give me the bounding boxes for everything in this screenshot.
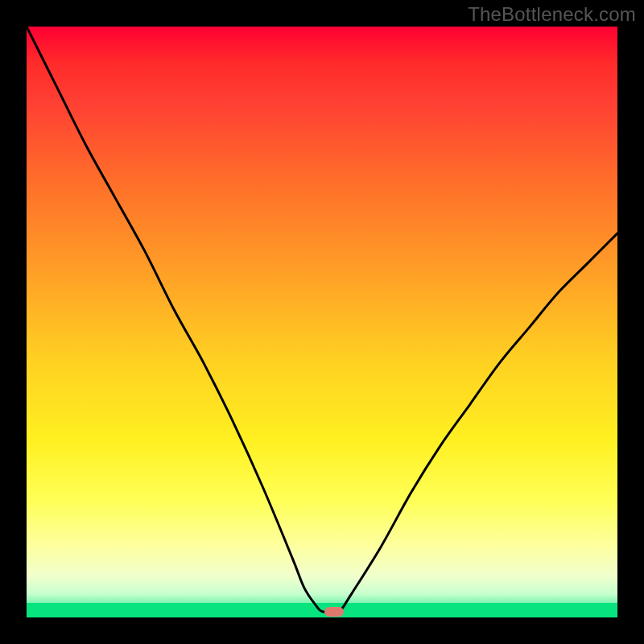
watermark-text: TheBottleneck.com: [468, 3, 636, 26]
bottleneck-curve: [27, 27, 617, 617]
optimal-point-marker: [324, 607, 344, 617]
chart-frame: TheBottleneck.com: [0, 0, 644, 644]
plot-area: [27, 27, 617, 617]
